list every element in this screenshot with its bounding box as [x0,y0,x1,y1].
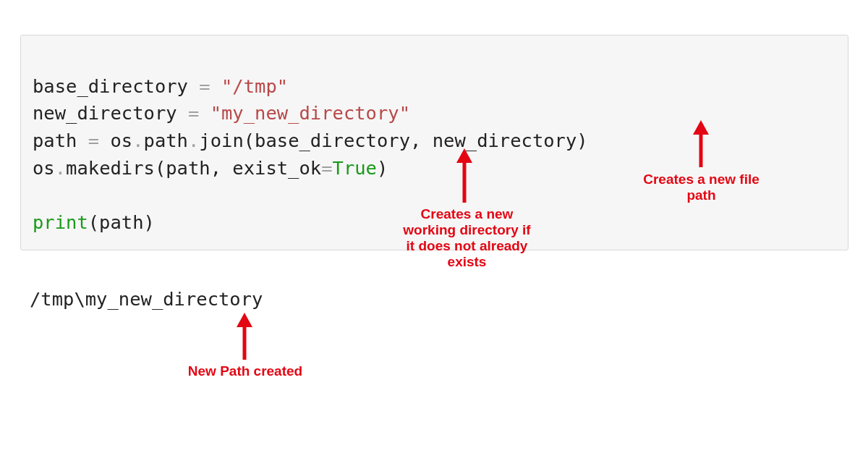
arrow-join-icon [690,120,712,167]
annotation-join: Creates a new file path [634,172,768,203]
svg-marker-1 [456,148,472,163]
code-line-2: new_directory = "my_new_directory" [33,102,410,124]
arrow-makedirs-icon [454,148,475,203]
arrow-newpath-icon [234,313,255,360]
code-line-3: path = os.path.join(base_directory, new_… [33,130,588,151]
code-line-4: os.makedirs(path, exist_ok=True) [33,157,388,179]
code-line-5: print(path) [33,211,155,233]
annotation-makedirs: Creates a new working directory if it do… [396,206,537,269]
annotation-newpath: New Path created [184,363,307,379]
svg-marker-5 [237,313,252,327]
svg-marker-3 [693,120,709,135]
output-text: /tmp\my_new_directory [30,288,263,310]
code-line-1: base_directory = "/tmp" [33,75,288,97]
